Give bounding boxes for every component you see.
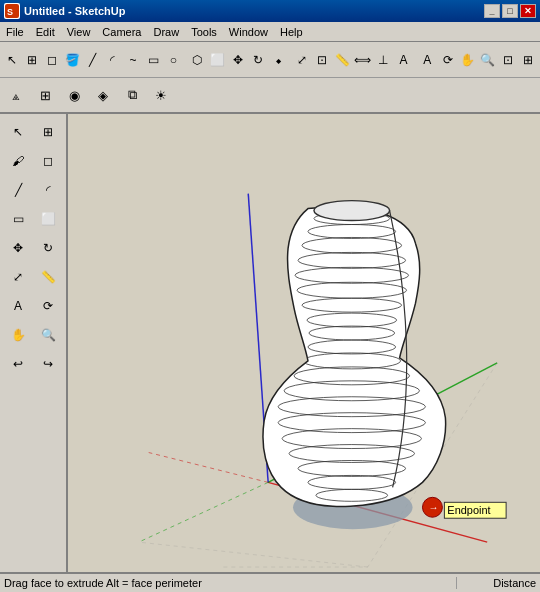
protractor-toolbar-button[interactable]: ⊥ — [374, 46, 393, 74]
scale-tool-left-button[interactable]: ⤢ — [4, 263, 32, 291]
paint-tool-left-button[interactable]: 🖌 — [4, 147, 32, 175]
push-pull-tool-left-button[interactable]: ⬜ — [34, 205, 62, 233]
text-tool-left-button[interactable]: A — [4, 292, 32, 320]
window-title: Untitled - SketchUp — [24, 5, 125, 17]
canvas-svg: → Endpoint — [68, 114, 540, 572]
iso-view-toolbar2-button[interactable]: ⟁ — [2, 81, 30, 109]
svg-text:→: → — [428, 502, 438, 513]
menu-item-file[interactable]: File — [0, 22, 30, 41]
toolbar1: ↖⊞◻🪣╱◜~▭○⬡⬜✥↻⬥⤢⊡📏⟺⊥AA⟳✋🔍⊡⊞ — [0, 42, 540, 78]
line-toolbar-button[interactable]: ╱ — [83, 46, 102, 74]
dimensions-toolbar-button[interactable]: ⟺ — [353, 46, 372, 74]
menubar: FileEditViewCameraDrawToolsWindowHelp — [0, 22, 540, 42]
left-toolbar-row: ✥↻ — [4, 234, 62, 262]
tape-measure-toolbar-button[interactable]: 📏 — [333, 46, 352, 74]
minimize-button[interactable]: _ — [484, 4, 500, 18]
component-tool-left-button[interactable]: ⊞ — [34, 118, 62, 146]
titlebar: S Untitled - SketchUp _ □ ✕ — [0, 0, 540, 22]
titlebar-controls: _ □ ✕ — [484, 4, 536, 18]
redo-tool-left-button[interactable]: ↪ — [34, 350, 62, 378]
polygon-toolbar-button[interactable]: ⬡ — [188, 46, 207, 74]
menu-item-view[interactable]: View — [61, 22, 97, 41]
left-toolbar-row: ↩↪ — [4, 350, 62, 378]
select-tool-left-button[interactable]: ↖ — [4, 118, 32, 146]
pan-tool-left-button[interactable]: ✋ — [4, 321, 32, 349]
svg-text:Endpoint: Endpoint — [447, 504, 490, 516]
styles-browser-toolbar2-button[interactable]: ◈ — [89, 81, 117, 109]
titlebar-left: S Untitled - SketchUp — [4, 3, 125, 19]
layers-toolbar2-button[interactable]: ⧉ — [118, 81, 146, 109]
left-toolbar-row: ⤢📏 — [4, 263, 62, 291]
rotate-toolbar-button[interactable]: ↻ — [248, 46, 267, 74]
eraser-tool-left-button[interactable]: ◻ — [34, 147, 62, 175]
orbit-toolbar-button[interactable]: ⟳ — [438, 46, 457, 74]
left-toolbar-row: ▭⬜ — [4, 205, 62, 233]
rotate-tool-left-button[interactable]: ↻ — [34, 234, 62, 262]
offset-toolbar-button[interactable]: ⊡ — [313, 46, 332, 74]
scale-toolbar-button[interactable]: ⤢ — [293, 46, 312, 74]
text-toolbar-button[interactable]: A — [394, 46, 413, 74]
zoom-extents-toolbar-button[interactable]: ⊞ — [519, 46, 538, 74]
svg-text:S: S — [7, 7, 13, 17]
left-toolbar-row: ╱◜ — [4, 176, 62, 204]
orbit-tool-left-button[interactable]: ⟳ — [34, 292, 62, 320]
select-toolbar-button[interactable]: ↖ — [2, 46, 21, 74]
main-area: ↖⊞🖌◻╱◜▭⬜✥↻⤢📏A⟳✋🔍↩↪ — [0, 114, 540, 572]
status-hint: Drag face to extrude Alt = face perimete… — [4, 577, 456, 589]
toolbar-separator — [414, 46, 417, 74]
circle-toolbar-button[interactable]: ○ — [164, 46, 183, 74]
menu-items-container: FileEditViewCameraDrawToolsWindowHelp — [0, 22, 309, 41]
left-toolbar-row: A⟳ — [4, 292, 62, 320]
canvas-area[interactable]: → Endpoint — [68, 114, 540, 572]
app-icon: S — [4, 3, 20, 19]
3d-text-toolbar-button[interactable]: A — [418, 46, 437, 74]
menu-item-edit[interactable]: Edit — [30, 22, 61, 41]
close-button[interactable]: ✕ — [520, 4, 536, 18]
toolbar2: ⟁⊞◉◈⧉☀ — [0, 78, 540, 114]
menu-item-camera[interactable]: Camera — [96, 22, 147, 41]
statusbar: Drag face to extrude Alt = face perimete… — [0, 572, 540, 592]
toolbar-separator — [289, 46, 292, 74]
menu-item-help[interactable]: Help — [274, 22, 309, 41]
menu-item-draw[interactable]: Draw — [147, 22, 185, 41]
shadow-settings-toolbar2-button[interactable]: ☀ — [147, 81, 175, 109]
move-toolbar-button[interactable]: ✥ — [228, 46, 247, 74]
undo-tool-left-button[interactable]: ↩ — [4, 350, 32, 378]
make-component-toolbar-button[interactable]: ⊞ — [22, 46, 41, 74]
svg-point-32 — [314, 201, 390, 221]
paint-toolbar-button[interactable]: 🪣 — [63, 46, 82, 74]
move-tool-left-button[interactable]: ✥ — [4, 234, 32, 262]
zoom-toolbar-button[interactable]: 🔍 — [478, 46, 497, 74]
erase-toolbar-button[interactable]: ◻ — [42, 46, 61, 74]
status-distance: Distance — [456, 577, 536, 589]
left-toolbar-row: 🖌◻ — [4, 147, 62, 175]
tape-tool-left-button[interactable]: 📏 — [34, 263, 62, 291]
left-toolbar: ↖⊞🖌◻╱◜▭⬜✥↻⤢📏A⟳✋🔍↩↪ — [0, 114, 68, 572]
freehand-toolbar-button[interactable]: ~ — [123, 46, 142, 74]
arc-toolbar-button[interactable]: ◜ — [103, 46, 122, 74]
arc-tool-left-button[interactable]: ◜ — [34, 176, 62, 204]
push-pull-toolbar-button[interactable]: ⬜ — [208, 46, 227, 74]
toolbar-separator — [184, 46, 187, 74]
follow-me-toolbar-button[interactable]: ⬥ — [269, 46, 288, 74]
menu-item-tools[interactable]: Tools — [185, 22, 223, 41]
line-tool-left-button[interactable]: ╱ — [4, 176, 32, 204]
zoom-tool-left-button[interactable]: 🔍 — [34, 321, 62, 349]
left-toolbar-row: ✋🔍 — [4, 321, 62, 349]
rectangle-toolbar-button[interactable]: ▭ — [144, 46, 163, 74]
component-browser-toolbar2-button[interactable]: ⊞ — [31, 81, 59, 109]
pan-toolbar-button[interactable]: ✋ — [458, 46, 477, 74]
maximize-button[interactable]: □ — [502, 4, 518, 18]
left-toolbar-row: ↖⊞ — [4, 118, 62, 146]
zoom-window-toolbar-button[interactable]: ⊡ — [499, 46, 518, 74]
menu-item-window[interactable]: Window — [223, 22, 274, 41]
rectangle-tool-left-button[interactable]: ▭ — [4, 205, 32, 233]
material-browser-toolbar2-button[interactable]: ◉ — [60, 81, 88, 109]
